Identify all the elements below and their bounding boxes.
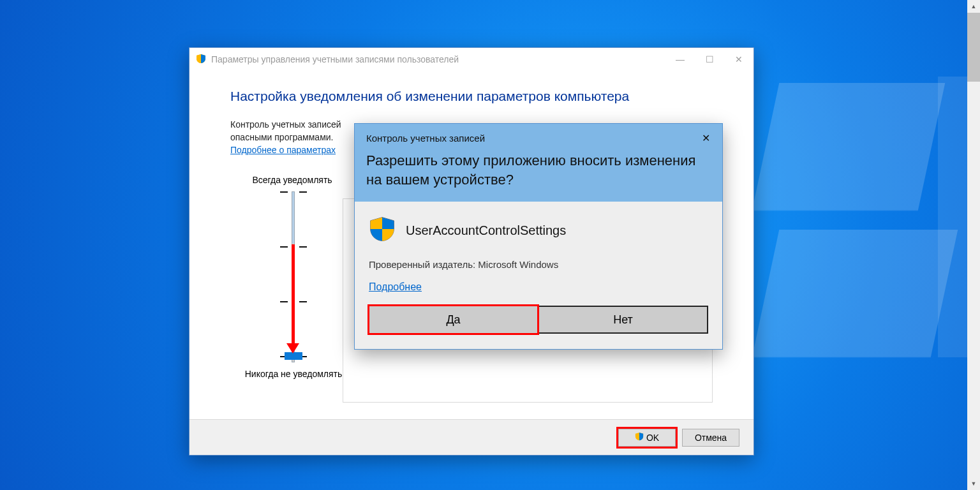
slider-label-always: Всегда уведомлять <box>244 175 340 185</box>
cancel-button[interactable]: Отмена <box>682 429 739 447</box>
uac-no-label: Нет <box>613 313 633 327</box>
uac-publisher: Проверенный издатель: Microsoft Windows <box>369 259 708 270</box>
scroll-thumb[interactable] <box>967 13 980 82</box>
scroll-down-icon[interactable]: ▼ <box>967 477 980 490</box>
uac-no-button[interactable]: Нет <box>538 306 708 334</box>
ok-button-label: OK <box>646 433 659 443</box>
titlebar[interactable]: Параметры управления учетными записями п… <box>189 48 754 71</box>
slider-label-never: Никогда не уведомлять <box>233 369 354 379</box>
ok-button[interactable]: OK <box>618 429 676 447</box>
page-scrollbar[interactable]: ▲ ▼ <box>967 0 980 490</box>
maximize-button[interactable]: ☐ <box>695 48 724 71</box>
scroll-up-icon[interactable]: ▲ <box>967 0 980 13</box>
cancel-button-label: Отмена <box>695 433 727 443</box>
minimize-button[interactable]: — <box>665 48 695 71</box>
shield-icon <box>635 432 644 443</box>
uac-prompt-dialog: ✕ Контроль учетных записей Разрешить это… <box>354 123 723 350</box>
shield-icon <box>196 54 206 66</box>
uac-yes-button[interactable]: Да <box>369 306 538 334</box>
annotation-arrow-head <box>286 343 299 353</box>
uac-close-button[interactable]: ✕ <box>694 129 717 147</box>
uac-small-title: Контроль учетных записей <box>366 133 711 144</box>
uac-header: ✕ Контроль учетных записей Разрешить это… <box>355 124 722 202</box>
uac-app-name: UserAccountControlSettings <box>406 223 566 238</box>
uac-slider[interactable] <box>244 191 340 362</box>
shield-icon <box>369 216 396 245</box>
details-link[interactable]: Подробнее о параметрах <box>230 145 336 155</box>
window-footer: OK Отмена <box>189 419 754 455</box>
uac-yes-label: Да <box>446 313 460 327</box>
uac-details-link[interactable]: Подробнее <box>369 281 422 293</box>
window-title: Параметры управления учетными записями п… <box>211 54 459 64</box>
uac-question: Разрешить этому приложению вносить измен… <box>366 151 711 189</box>
close-button[interactable]: ✕ <box>724 48 754 71</box>
annotation-arrow <box>292 244 295 346</box>
page-title: Настройка уведомления об изменении парам… <box>230 89 719 104</box>
